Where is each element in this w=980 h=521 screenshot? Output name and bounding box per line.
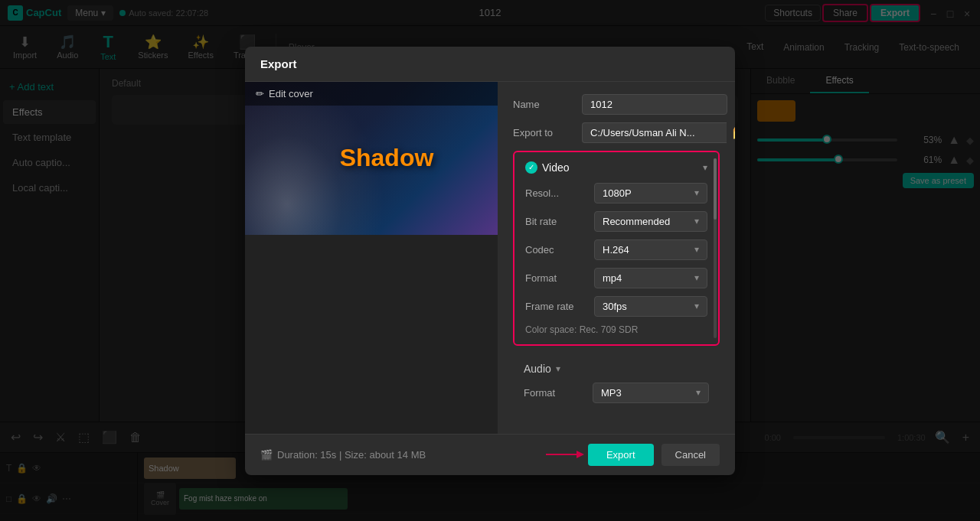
format-row: Format mp4 ▾ [525,268,707,288]
arrow-wrapper [546,449,584,460]
export-modal: Export ✏ Edit cover Shadow Name [245,47,735,475]
arrow-svg [546,449,584,460]
modal-title: Export [260,57,297,70]
resolution-label: Resol... [525,187,594,199]
codec-row: Codec H.264 ▾ [525,239,707,260]
video-arrow[interactable]: ▾ [703,162,707,173]
folder-button[interactable]: 📁 [727,124,735,141]
framerate-arrow: ▾ [694,301,699,311]
video-scrollbar-thumb [714,158,717,220]
codec-select[interactable]: H.264 ▾ [594,239,707,260]
preview-shadow-text: Shadow [340,144,434,172]
film-icon: 🎬 [260,449,273,461]
format-select[interactable]: mp4 ▾ [594,268,707,288]
modal-settings: Name Export to 📁 ✓ Video ▾ [498,82,735,434]
modal-header: Export [245,47,735,82]
name-label: Name [513,99,582,110]
cancel-btn-label: Cancel [675,449,706,461]
edit-icon: ✏ [256,88,264,99]
color-space-row: Color space: Rec. 709 SDR [525,324,707,335]
framerate-row: Frame rate 30fps ▾ [525,296,707,317]
format-label: Format [525,272,594,284]
modal-footer: 🎬 Duration: 15s | Size: about 14 MB Expo… [245,434,735,475]
export-to-label: Export to [513,127,582,138]
bitrate-arrow: ▾ [694,216,699,226]
audio-format-label: Format [524,387,593,399]
name-row: Name [513,94,720,115]
export-btn-wrapper: Export [588,444,654,466]
audio-header: Audio ▾ [524,363,709,375]
resolution-value: 1080P [603,187,632,199]
audio-format-row: Format MP3 ▾ [524,383,709,403]
audio-format-arrow: ▾ [696,387,701,398]
bitrate-select[interactable]: Recommended ▾ [594,211,707,232]
audio-label: Audio [524,363,551,375]
framerate-select[interactable]: 30fps ▾ [594,296,707,317]
modal-preview: ✏ Edit cover Shadow [245,82,498,434]
format-value: mp4 [603,272,622,284]
audio-arrow[interactable]: ▾ [556,363,560,374]
video-section: ✓ Video ▾ Resol... 1080P ▾ Bit r [513,151,720,346]
video-section-header: ✓ Video ▾ [525,161,707,174]
cancel-button[interactable]: Cancel [662,444,720,466]
codec-arrow: ▾ [694,244,699,255]
export-path-input[interactable] [582,122,727,143]
edit-cover-label: Edit cover [269,88,313,99]
edit-cover-bar[interactable]: ✏ Edit cover [245,82,498,106]
audio-format-select[interactable]: MP3 ▾ [593,383,709,403]
codec-value: H.264 [603,244,629,256]
resolution-select[interactable]: 1080P ▾ [594,183,707,204]
modal-overlay: Export ✏ Edit cover Shadow Name [0,0,980,521]
audio-format-value: MP3 [601,387,622,399]
duration-text: Duration: 15s | Size: about 14 MB [277,449,426,461]
resolution-arrow: ▾ [694,187,699,198]
footer-buttons: Export Cancel [588,444,720,466]
bitrate-row: Bit rate Recommended ▾ [525,211,707,232]
audio-section: Audio ▾ Format MP3 ▾ [513,355,720,418]
video-scrollbar[interactable] [714,158,717,338]
color-space-text: Color space: Rec. 709 SDR [525,324,638,335]
framerate-value: 30fps [603,301,627,312]
name-input[interactable] [582,94,727,115]
framerate-label: Frame rate [525,301,594,312]
modal-body: ✏ Edit cover Shadow Name Export to [245,82,735,434]
video-check[interactable]: ✓ [525,161,537,174]
format-arrow: ▾ [694,272,699,283]
export-button[interactable]: Export [588,444,654,466]
bitrate-label: Bit rate [525,216,594,227]
duration-info: 🎬 Duration: 15s | Size: about 14 MB [260,449,426,461]
resolution-row: Resol... 1080P ▾ [525,183,707,204]
export-to-row: Export to 📁 [513,122,720,143]
export-btn-label: Export [606,449,635,461]
video-label: Video [542,161,570,174]
bitrate-value: Recommended [603,216,670,227]
svg-marker-1 [577,451,584,458]
codec-label: Codec [525,244,594,256]
